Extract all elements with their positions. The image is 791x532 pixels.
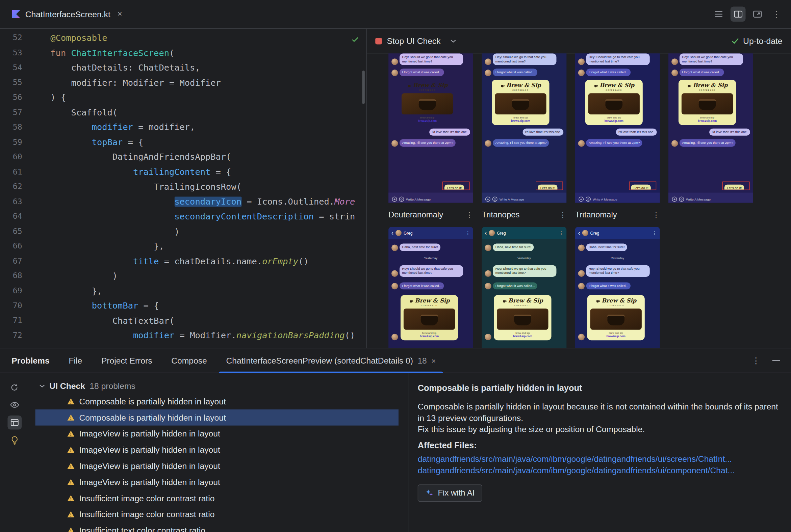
message-input-placeholder[interactable]: Write A Message bbox=[686, 197, 711, 201]
code-line[interactable]: bottomBar = { bbox=[50, 299, 366, 313]
message-input-placeholder[interactable]: Write A Message bbox=[593, 197, 618, 201]
chat-messages: Haha, next time for sure!YesterdayHey! S… bbox=[388, 239, 473, 340]
editor-tab[interactable]: ChatInterfaceScreen.kt × bbox=[7, 0, 127, 28]
code-line[interactable]: modifier: Modifier = Modifier bbox=[50, 75, 366, 90]
add-icon[interactable]: + bbox=[485, 197, 491, 202]
coffee-card: Brew & SipCOFFEE&CObrew and sipbrew&sip.… bbox=[401, 295, 458, 341]
chat-preview-phone[interactable]: ‹Greg⋮Haha, next time for sure!Yesterday… bbox=[575, 227, 660, 348]
minimize-icon[interactable] bbox=[772, 360, 780, 361]
refresh-icon[interactable] bbox=[7, 380, 22, 394]
code-line[interactable]: topBar = { bbox=[50, 135, 366, 150]
problem-item[interactable]: Insufficient image color contrast ratio bbox=[35, 506, 399, 522]
kebab-icon[interactable]: ⋮ bbox=[652, 231, 657, 235]
code-line[interactable]: modifier = Modifier.navigationBarsPaddin… bbox=[50, 328, 366, 343]
lightbulb-icon[interactable] bbox=[7, 433, 22, 447]
split-editor-icon[interactable] bbox=[731, 6, 746, 22]
message-input-placeholder[interactable]: Write A Message bbox=[499, 197, 524, 201]
problem-item[interactable]: Composable is partially hidden in layout bbox=[35, 393, 399, 410]
kebab-icon[interactable]: ⋮ bbox=[466, 231, 470, 235]
tab-close-icon[interactable]: × bbox=[431, 356, 436, 365]
tab-problems[interactable]: Problems bbox=[2, 348, 59, 373]
affected-file-link[interactable]: datingandfriends/src/main/java/com/ibm/g… bbox=[418, 453, 779, 464]
add-icon[interactable]: + bbox=[672, 197, 677, 202]
emoji-icon[interactable]: ☺ bbox=[493, 197, 497, 202]
add-icon[interactable]: + bbox=[392, 197, 397, 202]
line-number: 71 bbox=[0, 313, 45, 328]
kebab-menu-icon[interactable]: ⋮ bbox=[559, 210, 566, 220]
chat-preview-phone[interactable]: Hey! Should we go to that cafe you menti… bbox=[482, 53, 566, 203]
warning-icon bbox=[67, 462, 75, 470]
tab-compose[interactable]: Compose bbox=[162, 348, 217, 373]
editor-scrollbar[interactable] bbox=[362, 71, 364, 104]
ui-check-group-header[interactable]: UI Check 18 problems bbox=[29, 378, 409, 393]
code-line[interactable]: secondaryContentDescription = strin bbox=[50, 209, 366, 224]
code-line[interactable]: ) { bbox=[50, 90, 366, 105]
more-options-icon[interactable]: ⋮ bbox=[769, 6, 784, 22]
tab-file[interactable]: File bbox=[59, 348, 92, 373]
code-line[interactable]: DatingAndFriendsAppBar( bbox=[50, 150, 366, 165]
code-editor[interactable]: 5253545556575859606162636465666768697071… bbox=[0, 29, 367, 348]
add-icon[interactable]: + bbox=[578, 197, 584, 202]
details-view-icon[interactable] bbox=[7, 416, 22, 430]
problem-item[interactable]: ImageView is partially hidden in layout bbox=[35, 441, 399, 458]
line-number: 60 bbox=[0, 150, 45, 165]
code-line[interactable]: fun ChatInterfaceScreen( bbox=[50, 45, 366, 60]
problem-item[interactable]: ImageView is partially hidden in layout bbox=[35, 426, 399, 442]
code-line[interactable]: trailingContent = { bbox=[50, 165, 366, 179]
code-line[interactable]: }, bbox=[50, 284, 366, 299]
code-line[interactable]: TrailingIconsRow( bbox=[50, 179, 366, 194]
affected-file-link[interactable]: datingandfriends/src/main/java/com/ibm/g… bbox=[418, 464, 779, 476]
chat-preview-phone[interactable]: Hey! Should we go to that cafe you menti… bbox=[388, 53, 473, 203]
chat-preview-phone[interactable]: ‹Greg⋮Haha, next time for sure!Yesterday… bbox=[388, 227, 473, 348]
problems-tabbar-actions: ⋮ bbox=[752, 356, 791, 365]
preview-eye-icon[interactable] bbox=[7, 398, 22, 412]
tab-close-icon[interactable]: × bbox=[117, 10, 122, 19]
chat-preview-phone[interactable]: Hey! Should we go to that cafe you menti… bbox=[668, 53, 753, 203]
problem-item[interactable]: Insufficient image color contrast ratio bbox=[35, 490, 399, 506]
stop-ui-check-button[interactable]: Stop UI Check bbox=[387, 36, 441, 45]
code-line[interactable]: ) bbox=[50, 269, 366, 284]
problem-item[interactable]: Composable is partially hidden in layout bbox=[35, 410, 399, 426]
code-line[interactable]: ) bbox=[50, 224, 366, 239]
code-line[interactable]: title = chatDetails.name.orEmpty() bbox=[50, 254, 366, 269]
stop-icon[interactable] bbox=[375, 37, 382, 44]
chat-preview-phone[interactable]: ‹Greg⋮Haha, next time for sure!Yesterday… bbox=[482, 227, 566, 348]
message-input-placeholder[interactable]: Write A Message bbox=[406, 197, 430, 201]
code-line[interactable]: modifier = modifier, bbox=[50, 120, 366, 135]
inspections-ok-icon[interactable] bbox=[352, 35, 359, 44]
more-options-icon[interactable]: ⋮ bbox=[752, 356, 760, 365]
code-line[interactable]: @Composable bbox=[50, 31, 366, 45]
back-icon[interactable]: ‹ bbox=[391, 230, 393, 236]
preview-label: Tritanomaly bbox=[575, 210, 617, 220]
kebab-menu-icon[interactable]: ⋮ bbox=[466, 210, 473, 220]
code-line[interactable]: }, bbox=[50, 239, 366, 254]
coffee-tagline: COFFEE&CO bbox=[404, 304, 455, 306]
tab-label: Problems bbox=[12, 356, 49, 365]
back-icon[interactable]: ‹ bbox=[485, 230, 487, 236]
chat-card-row: Brew & SipCOFFEE&CObrew and sipbrew&sip.… bbox=[578, 295, 657, 341]
kebab-menu-icon[interactable]: ⋮ bbox=[652, 210, 660, 220]
emoji-icon[interactable]: ☺ bbox=[679, 197, 684, 202]
code-line[interactable]: ChatTextBar( bbox=[50, 313, 366, 328]
group-count: 18 problems bbox=[90, 381, 135, 390]
structure-view-icon[interactable] bbox=[711, 6, 726, 22]
problem-item[interactable]: Insufficient text color contrast ratio bbox=[35, 522, 399, 532]
code-line[interactable]: Scaffold( bbox=[50, 105, 366, 120]
chat-bubble: Hey! Should we go to that cafe you menti… bbox=[586, 265, 650, 277]
device-preview-icon[interactable] bbox=[750, 6, 765, 22]
chat-preview-phone[interactable]: Hey! Should we go to that cafe you menti… bbox=[575, 53, 660, 203]
emoji-icon[interactable]: ☺ bbox=[586, 197, 591, 202]
problem-item[interactable]: ImageView is partially hidden in layout bbox=[35, 458, 399, 474]
code-line[interactable]: chatDetails: ChatDetails, bbox=[50, 60, 366, 75]
problem-item[interactable]: ImageView is partially hidden in layout bbox=[35, 474, 399, 490]
tab-chatinterfacescreenpreview-sortedchatdetails-0-[interactable]: ChatInterfaceScreenPreview (sortedChatDe… bbox=[217, 348, 445, 373]
emoji-icon[interactable]: ☺ bbox=[399, 197, 404, 202]
tab-label: Project Errors bbox=[101, 356, 152, 365]
code-line[interactable]: secondaryIcon = Icons.Outlined.More bbox=[50, 194, 366, 209]
back-icon[interactable]: ‹ bbox=[578, 230, 580, 236]
kebab-icon[interactable]: ⋮ bbox=[559, 231, 563, 235]
fix-with-ai-button[interactable]: Fix with AI bbox=[418, 484, 482, 501]
tab-project-errors[interactable]: Project Errors bbox=[92, 348, 162, 373]
code-area[interactable]: @Composablefun ChatInterfaceScreen( chat… bbox=[45, 29, 366, 348]
chevron-down-icon[interactable] bbox=[450, 39, 456, 42]
